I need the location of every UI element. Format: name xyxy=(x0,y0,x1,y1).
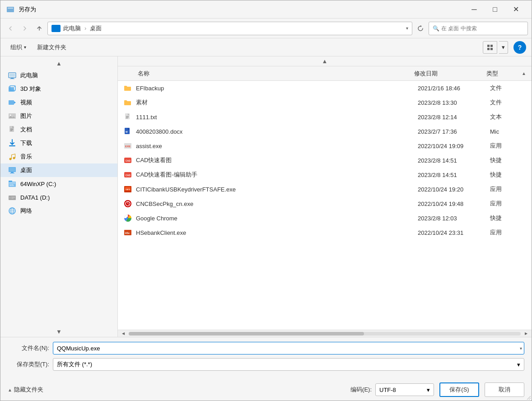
file-icon: CAD xyxy=(123,170,132,179)
minimize-button[interactable]: ─ xyxy=(464,2,485,17)
file-icon: EXE xyxy=(123,141,132,150)
search-input[interactable] xyxy=(441,25,524,32)
svg-rect-25 xyxy=(11,172,14,173)
file-icon xyxy=(123,112,132,121)
search-bar[interactable]: 🔍 xyxy=(429,22,528,35)
filetype-label: 保存类型(T): xyxy=(8,360,53,368)
filename-dropdown-arrow[interactable]: ▾ xyxy=(520,346,522,351)
svg-rect-1 xyxy=(8,8,13,9)
encoding-dropdown-arrow: ▾ xyxy=(427,387,430,393)
resize-handle[interactable] xyxy=(524,393,532,401)
view-dropdown-arrow[interactable]: ▾ xyxy=(499,41,508,54)
sidebar-item-drive-c[interactable]: WIN 64WinXP (C:) xyxy=(0,177,117,191)
svg-rect-20 xyxy=(9,145,15,146)
new-folder-button[interactable]: 新建文件夹 xyxy=(33,41,71,54)
col-header-date[interactable]: 修改日期 xyxy=(412,70,485,78)
file-row[interactable]: 1111.txt 2023/2/8 12:14 文本 xyxy=(118,110,532,124)
sidebar: ▲ 此电脑 xyxy=(0,56,118,337)
sidebar-item-doc[interactable]: 文档 xyxy=(0,123,117,136)
sidebar-label-video: 视频 xyxy=(20,98,32,107)
file-icon: SAFE xyxy=(123,185,132,194)
svg-rect-3 xyxy=(490,45,493,47)
h-scroll-left[interactable]: ◀ xyxy=(120,331,127,337)
file-date: 2023/2/8 12:14 xyxy=(418,114,490,121)
sidebar-label-network: 网络 xyxy=(20,207,32,215)
file-row[interactable]: 素材 2023/2/8 13:30 文件 xyxy=(118,95,532,110)
encoding-select[interactable]: UTF-8 ▾ xyxy=(375,383,434,396)
file-row[interactable]: CAD CAD快速看图 2023/2/8 14:51 快捷 xyxy=(118,153,532,168)
file-date: 2022/10/24 19:48 xyxy=(418,200,490,207)
svg-rect-5 xyxy=(490,48,493,50)
back-button[interactable] xyxy=(4,22,17,35)
file-row[interactable]: W 4008203800.docx 2023/2/7 17:36 Mic xyxy=(118,124,532,139)
sidebar-label-download: 下载 xyxy=(20,139,32,147)
encoding-row: 编码(E): UTF-8 ▾ xyxy=(350,383,434,396)
sidebar-scroll-down[interactable]: ▼ xyxy=(0,326,117,337)
file-name: CAD快速看图 xyxy=(136,156,418,164)
3d-icon xyxy=(8,84,17,93)
svg-point-32 xyxy=(9,197,10,198)
svg-text:WIN: WIN xyxy=(9,184,14,187)
forward-button[interactable] xyxy=(19,22,31,35)
save-button[interactable]: 保存(S) xyxy=(439,382,479,397)
sidebar-scroll-up[interactable]: ▲ xyxy=(0,58,117,69)
file-row[interactable]: SAFE CITICibankUSBKeydriver​FTSAFE.exe 2… xyxy=(118,182,532,196)
file-row[interactable]: CNCBSecPkg_cn.exe 2022/10/24 19:48 应用 xyxy=(118,196,532,211)
title-buttons: ─ □ ✕ xyxy=(464,2,526,17)
file-row[interactable]: EXE assist.exe 2022/10/24 19:09 应用 xyxy=(118,139,532,153)
sidebar-item-music[interactable]: 音乐 xyxy=(0,150,117,163)
sidebar-item-3d[interactable]: 3D 对象 xyxy=(0,82,117,96)
svg-rect-19 xyxy=(10,131,12,131)
save-as-dialog: 另存为 ─ □ ✕ 此电脑 › 桌面 ▾ 🔍 xyxy=(0,0,532,401)
col-header-type[interactable]: 类型 xyxy=(485,70,521,78)
help-button[interactable]: ? xyxy=(513,41,526,54)
address-dropdown-arrow[interactable]: ▾ xyxy=(406,26,408,31)
svg-rect-2 xyxy=(487,45,490,47)
breadcrumb-sep1: › xyxy=(84,25,86,32)
sidebar-item-network[interactable]: 网络 xyxy=(0,204,117,218)
file-type: 文本 xyxy=(490,113,526,121)
maximize-button[interactable]: □ xyxy=(485,2,505,17)
svg-rect-14 xyxy=(9,113,16,119)
file-row[interactable]: Google Chrome 2023/2/8 12:03 快捷 xyxy=(118,211,532,225)
file-name: CNCBSecPkg_cn.exe xyxy=(136,200,418,207)
filename-input[interactable] xyxy=(57,345,511,352)
file-type: 文件 xyxy=(490,84,526,92)
file-row[interactable]: CAD CAD快速看图-编辑助手 2023/2/8 14:51 快捷 xyxy=(118,168,532,182)
file-type: 应用 xyxy=(490,185,526,193)
hide-folder-toggle[interactable]: ▲ 隐藏文件夹 xyxy=(8,386,43,394)
organize-button[interactable]: 组织 ▾ xyxy=(6,41,31,54)
horizontal-scrollbar[interactable]: ◀ ▶ xyxy=(118,330,532,337)
svg-rect-8 xyxy=(11,78,14,79)
refresh-button[interactable] xyxy=(414,22,427,35)
svg-rect-0 xyxy=(7,7,14,12)
sidebar-item-drive-d[interactable]: DATA1 (D:) xyxy=(0,191,117,204)
svg-rect-41 xyxy=(126,116,129,117)
file-list: EFIbackup 2021/2/16 18:46 文件 素材 2023/2/8… xyxy=(118,81,532,330)
address-bar[interactable]: 此电脑 › 桌面 ▾ xyxy=(47,22,412,35)
file-row[interactable]: EFIbackup 2021/2/16 18:46 文件 xyxy=(118,81,532,95)
filetype-select[interactable]: 所有文件 (*.*) ▾ xyxy=(53,358,524,371)
sidebar-item-download[interactable]: 下载 xyxy=(0,136,117,150)
h-scroll-right[interactable]: ▶ xyxy=(523,331,530,337)
view-button[interactable] xyxy=(483,41,497,54)
h-scroll-track[interactable] xyxy=(129,332,521,336)
svg-rect-4 xyxy=(487,48,490,50)
svg-rect-43 xyxy=(126,118,128,118)
file-list-scroll-top[interactable]: ▲ xyxy=(118,56,532,66)
sidebar-item-computer[interactable]: 此电脑 xyxy=(0,69,117,82)
sidebar-item-desktop[interactable]: 桌面 xyxy=(0,163,117,177)
file-date: 2023/2/7 17:36 xyxy=(418,128,490,135)
sidebar-label-computer: 此电脑 xyxy=(20,71,38,79)
col-header-name[interactable]: 名称 xyxy=(136,70,412,78)
sidebar-item-video[interactable]: 视频 xyxy=(0,96,117,109)
sidebar-item-image[interactable]: 图片 xyxy=(0,109,117,123)
close-button[interactable]: ✕ xyxy=(505,2,526,17)
file-row[interactable]: HSe HSebankClient.exe 2022/10/24 23:31 应… xyxy=(118,225,532,240)
cancel-button[interactable]: 取消 xyxy=(485,382,524,397)
filename-input-wrapper[interactable]: ▾ xyxy=(53,342,524,354)
up-button[interactable] xyxy=(33,22,46,35)
title-bar: 另存为 ─ □ ✕ xyxy=(0,0,532,19)
file-date: 2023/2/8 13:30 xyxy=(418,99,490,106)
file-icon: W xyxy=(123,127,132,136)
